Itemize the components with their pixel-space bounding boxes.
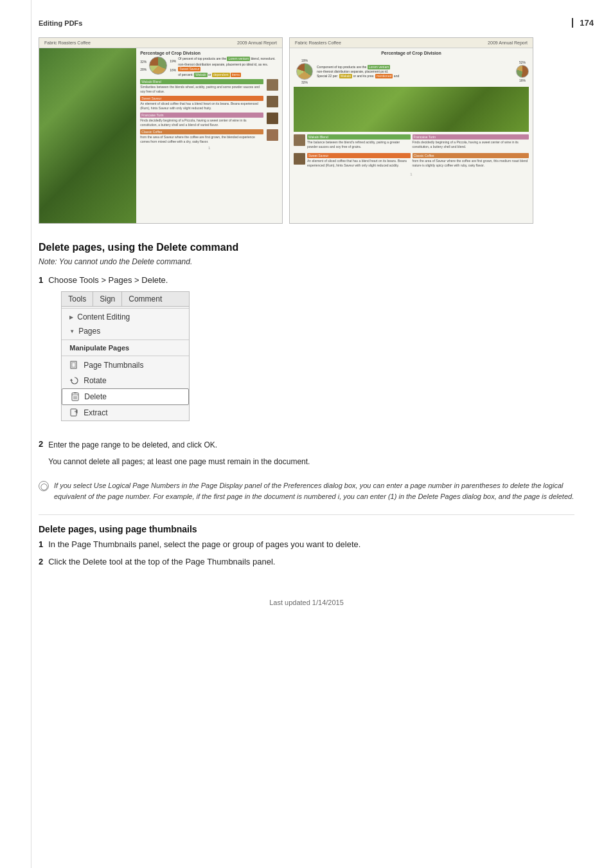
step1-number: 1	[39, 275, 43, 285]
info-icon: ◯	[39, 481, 49, 491]
coffee-field-image-2	[294, 87, 529, 132]
menu-panel: Tools Sign Comment Content Editing Pages…	[61, 291, 190, 421]
section-label: Editing PDFs	[39, 19, 574, 27]
section2-step1-text: In the Page Thumbnails panel, select the…	[48, 539, 360, 549]
pdf-header-1: Fabric Roasters Coffee 2009 Annual Repor…	[39, 38, 282, 48]
menu-item-pages[interactable]: Pages	[62, 324, 189, 338]
footer: Last updated 1/14/2015	[39, 592, 574, 606]
section2-step2-row: 2 Click the Delete tool at the top of th…	[39, 557, 574, 566]
menu-item-rotate[interactable]: Rotate	[62, 373, 189, 388]
info-note: ◯ If you select Use Logical Page Numbers…	[39, 480, 574, 502]
menu-item-extract[interactable]: Extract	[62, 405, 189, 420]
menu-item-page-thumbnails[interactable]: Page Thumbnails	[62, 357, 189, 373]
chart-title-1: Percentage of Crop Division	[140, 51, 278, 55]
product-entry-1b: Sweet Saveur An element of sliced coffee…	[140, 96, 278, 110]
step2-para: You cannot delete all pages; at least on…	[48, 456, 574, 467]
product-entry-1d: Classic Coffee from the area of Saveur w…	[140, 129, 278, 143]
pdf-image-left-1	[39, 48, 136, 223]
product-entry-2a: Wakabi Blend The balance between the ble…	[294, 134, 411, 149]
pie-area-1: 32% 28% 19% 16% Of percent of top produc…	[140, 57, 278, 77]
page-thumbnails-icon	[69, 360, 80, 370]
products-list-1: Wakabi Blend Similarities between the bl…	[140, 79, 278, 143]
pdf-header-right-1: 2009 Annual Report	[237, 41, 277, 45]
step1-text: Choose Tools > Pages > Delete.	[48, 275, 168, 285]
svg-rect-0	[71, 361, 76, 368]
step2-row: 2 Enter the page range to be deleted, an…	[39, 439, 574, 473]
extract-label: Extract	[84, 408, 107, 417]
product-entry-2d: Classic Coffee from the area of Saveur w…	[413, 153, 529, 167]
menu-divider-2	[62, 339, 189, 340]
rotate-icon	[69, 375, 80, 386]
section2-step1-row: 1 In the Page Thumbnails panel, select t…	[39, 539, 574, 549]
products-list-2: Wakabi Blend The balance between the ble…	[294, 134, 529, 170]
svg-rect-9	[71, 409, 76, 416]
step1-content: Choose Tools > Pages > Delete. Tools Sig…	[48, 275, 574, 431]
pdf-preview-1: Fabric Roasters Coffee 2009 Annual Repor…	[39, 37, 283, 224]
product-entry-2b: Francaise Turin Finds decidedly beginnin…	[413, 134, 529, 149]
section2-heading: Delete pages, using page thumbnails	[39, 514, 574, 534]
pie-labels-1: Of percent of top products are the Lorem…	[178, 57, 278, 77]
section2-step1-content: In the Page Thumbnails panel, select the…	[48, 539, 574, 549]
extract-icon	[69, 408, 80, 418]
menu-item-delete[interactable]: Delete	[62, 388, 189, 405]
rotate-label: Rotate	[84, 376, 106, 385]
pdf-header-right-2: 2009 Annual Report	[488, 41, 528, 45]
section2-step2-text: Click the Delete tool at the top of the …	[48, 557, 275, 566]
footer-text: Last updated 1/14/2015	[269, 599, 344, 606]
page-number: 174	[572, 18, 594, 28]
menu-item-content-editing[interactable]: Content Editing	[62, 310, 189, 324]
page-container: 174 Editing PDFs Fabric Roasters Coffee …	[0, 0, 613, 868]
pdf-header-left-1: Fabric Roasters Coffee	[44, 41, 91, 45]
delete-label: Delete	[84, 392, 107, 401]
section1-heading: Delete pages, using the Delete command	[39, 242, 574, 253]
chart-title-2: Percentage of Crop Division	[381, 51, 441, 55]
step1-row: 1 Choose Tools > Pages > Delete. Tools S…	[39, 275, 574, 431]
menu-divider-3	[62, 356, 189, 356]
tab-comment[interactable]: Comment	[122, 292, 168, 306]
pages-label: Pages	[78, 327, 100, 336]
delete-icon	[70, 392, 80, 402]
pdf-previews-area: Fabric Roasters Coffee 2009 Annual Repor…	[39, 37, 574, 224]
svg-marker-2	[70, 379, 73, 381]
section2-step1-number: 1	[39, 539, 43, 549]
menu-tabs: Tools Sign Comment	[62, 292, 189, 307]
pie-chart-1	[149, 57, 167, 75]
step2-content: Enter the page range to be deleted, and …	[48, 439, 574, 473]
section1-note: Note: You cannot undo the Delete command…	[39, 257, 574, 266]
content-editing-label: Content Editing	[77, 312, 130, 321]
page-thumbnails-label: Page Thumbnails	[84, 361, 143, 370]
pdf-header-2: Fabric Roasters Coffee 2009 Annual Repor…	[290, 38, 533, 48]
manipulate-pages-label: Manipulate Pages	[62, 341, 189, 354]
svg-rect-1	[72, 363, 75, 367]
pdf-right-2: Percentage of Crop Division 19% 32%	[290, 48, 533, 223]
product-entry-2c: Sweet Saveur An element of sliced coffee…	[294, 153, 411, 167]
pdf-preview-2: Fabric Roasters Coffee 2009 Annual Repor…	[289, 37, 533, 224]
step2-text: Enter the page range to be deleted, and …	[48, 439, 574, 451]
step2-number: 2	[39, 439, 43, 449]
product-entry-1a: Wakabi Blend Similarities between the bl…	[140, 79, 278, 93]
tab-sign[interactable]: Sign	[93, 292, 122, 306]
section2-step2-number: 2	[39, 557, 43, 566]
chart-area-2: 19% 32% Component of top products are th…	[294, 59, 529, 84]
info-note-text: If you select Use Logical Page Numbers i…	[54, 480, 574, 502]
section2-step2-content: Click the Delete tool at the top of the …	[48, 557, 574, 566]
coffee-field-image-1	[39, 48, 136, 223]
pdf-content-1: Percentage of Crop Division 32% 28% 19%	[39, 48, 282, 223]
product-entry-1c: Francaise Turin Finds decidedly beginnin…	[140, 113, 278, 127]
menu-divider-1	[62, 308, 189, 309]
pdf-header-left-2: Fabric Roasters Coffee	[295, 41, 341, 45]
pdf-content-2: Percentage of Crop Division 19% 32%	[290, 48, 533, 223]
pdf-right-1: Percentage of Crop Division 32% 28% 19%	[136, 48, 282, 223]
tab-tools[interactable]: Tools	[62, 292, 93, 306]
